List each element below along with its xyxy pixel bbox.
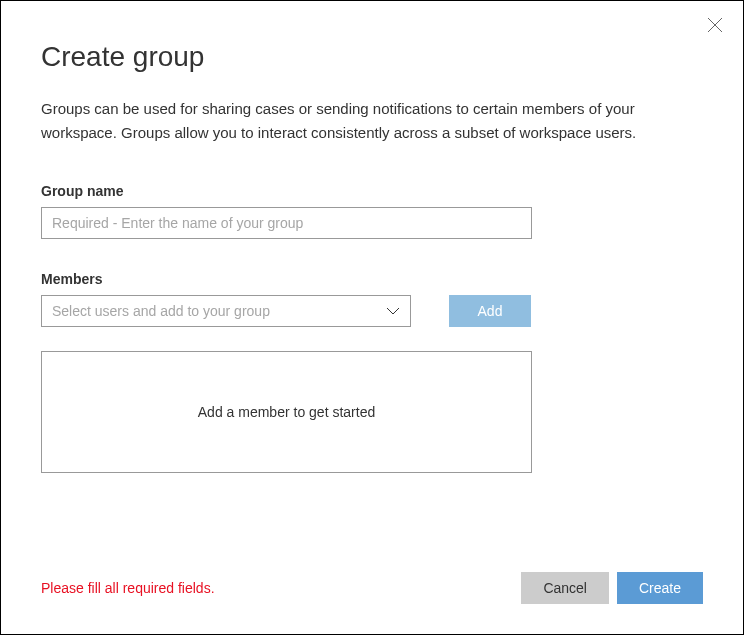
members-list: Add a member to get started xyxy=(41,351,532,473)
members-select[interactable]: Select users and add to your group xyxy=(41,295,411,327)
cancel-button[interactable]: Cancel xyxy=(521,572,609,604)
group-name-field: Group name xyxy=(41,183,703,239)
create-group-dialog: Create group Groups can be used for shar… xyxy=(1,1,743,634)
group-name-label: Group name xyxy=(41,183,703,199)
members-label: Members xyxy=(41,271,703,287)
members-section: Members Select users and add to your gro… xyxy=(41,271,703,473)
members-row: Select users and add to your group Add xyxy=(41,295,703,327)
error-message: Please fill all required fields. xyxy=(41,580,215,596)
add-member-button[interactable]: Add xyxy=(449,295,531,327)
members-select-wrap: Select users and add to your group xyxy=(41,295,411,327)
group-name-input[interactable] xyxy=(41,207,532,239)
create-button[interactable]: Create xyxy=(617,572,703,604)
close-button[interactable] xyxy=(703,13,727,37)
footer-buttons: Cancel Create xyxy=(521,572,703,604)
dialog-footer: Please fill all required fields. Cancel … xyxy=(41,572,703,604)
dialog-title: Create group xyxy=(41,41,703,73)
close-icon xyxy=(708,18,722,32)
members-empty-message: Add a member to get started xyxy=(198,404,375,420)
dialog-description: Groups can be used for sharing cases or … xyxy=(41,97,703,145)
